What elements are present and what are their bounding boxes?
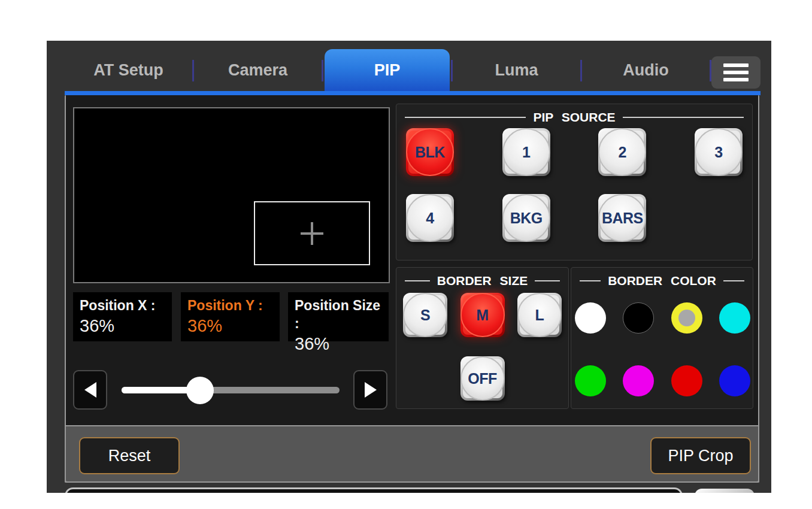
button-label: 1 (502, 128, 550, 176)
hamburger-icon (723, 71, 749, 74)
slider-decrement-button[interactable] (73, 370, 107, 410)
border-size-title: BORDER SIZE (396, 268, 568, 288)
source-button-blk[interactable]: BLK (406, 128, 454, 176)
position-size-readout[interactable]: Position Size : 36% (288, 292, 389, 341)
button-label: 2 (598, 128, 646, 176)
border-size-button-off[interactable]: OFF (460, 356, 505, 401)
tab-audio[interactable]: Audio (583, 49, 708, 91)
border-color-section: BORDER COLOR (571, 267, 753, 409)
border-size-button-l[interactable]: L (517, 293, 562, 337)
position-y-value: 36% (187, 314, 273, 337)
color-swatch-blue[interactable] (719, 365, 750, 396)
active-tab-underline (65, 91, 761, 95)
color-swatch-red[interactable] (671, 365, 702, 396)
tab-label: Camera (228, 61, 287, 80)
source-button-3[interactable]: 3 (695, 128, 743, 176)
color-swatch-white[interactable] (575, 302, 606, 334)
source-button-1[interactable]: 1 (502, 128, 550, 176)
app-window: AT Setup Camera PIP Luma Audio (47, 41, 771, 493)
pip-crop-button[interactable]: PIP Crop (650, 437, 751, 474)
source-button-bars[interactable]: BARS (598, 194, 646, 242)
position-y-readout[interactable]: Position Y : 36% (181, 292, 280, 341)
color-swatch-green[interactable] (575, 365, 606, 396)
tab-pip[interactable]: PIP (325, 49, 450, 91)
tab-divider (580, 60, 582, 81)
position-size-label: Position Size : (295, 296, 382, 332)
hamburger-icon (723, 78, 749, 81)
tab-luma[interactable]: Luma (454, 49, 579, 91)
border-size-button-m[interactable]: M (460, 293, 505, 337)
reset-button[interactable]: Reset (79, 437, 180, 474)
slider-increment-button[interactable] (353, 370, 387, 410)
tab-at-setup[interactable]: AT Setup (66, 49, 191, 91)
arrow-left-icon (84, 382, 96, 398)
tab-divider (322, 60, 323, 81)
pip-source-row-2: 4 BKG BARS (396, 194, 752, 242)
border-size-row-1: S M L (396, 293, 568, 337)
pip-panel: Position X : 36% Position Y : 36% Positi… (65, 95, 759, 483)
crosshair-plus-icon (301, 222, 323, 245)
tab-label: Luma (495, 61, 538, 80)
tab-divider (451, 60, 453, 81)
color-swatch-black[interactable] (623, 302, 654, 334)
button-label: OFF (460, 356, 505, 401)
source-button-bkg[interactable]: BKG (502, 194, 550, 242)
screen: AT Setup Camera PIP Luma Audio (0, 0, 812, 509)
pip-preview-monitor[interactable] (73, 107, 390, 283)
color-swatch-magenta[interactable] (623, 365, 654, 396)
footer-bar: Reset PIP Crop (65, 425, 759, 483)
border-color-title: BORDER COLOR (571, 268, 753, 288)
color-swatch-yellow[interactable] (671, 302, 702, 334)
border-size-row-2: OFF (396, 356, 568, 401)
position-x-label: Position X : (80, 296, 165, 314)
button-label: L (517, 293, 562, 337)
slider-track[interactable] (122, 387, 340, 393)
menu-button[interactable] (711, 56, 761, 89)
tab-label: PIP (374, 61, 401, 80)
position-y-label: Position Y : (187, 296, 273, 314)
color-swatch-cyan[interactable] (719, 302, 750, 334)
tab-bar: AT Setup Camera PIP Luma Audio (65, 41, 711, 91)
tab-camera[interactable]: Camera (195, 49, 320, 91)
pip-source-section: PIP SOURCE BLK 1 2 3 (396, 104, 753, 260)
button-label: M (460, 293, 505, 337)
clipped-panel-below (65, 487, 683, 493)
position-x-value: 36% (80, 314, 165, 337)
selected-indicator (678, 310, 695, 326)
hamburger-icon (723, 63, 749, 67)
position-x-readout[interactable]: Position X : 36% (73, 292, 172, 341)
border-size-section: BORDER SIZE S M L OFF (396, 267, 569, 409)
tab-label: Audio (623, 61, 668, 80)
slider-thumb[interactable] (186, 377, 214, 404)
tab-label: AT Setup (93, 61, 163, 80)
tab-divider (192, 60, 194, 81)
button-label: 4 (406, 194, 454, 242)
button-label: BLK (406, 128, 454, 176)
button-label: BARS (598, 194, 646, 242)
button-label: BKG (502, 194, 550, 242)
clipped-button-below[interactable] (695, 489, 755, 493)
position-size-value: 36% (295, 332, 382, 355)
source-button-2[interactable]: 2 (598, 128, 646, 176)
pip-source-row-1: BLK 1 2 3 (396, 128, 752, 176)
border-size-button-s[interactable]: S (403, 293, 447, 337)
button-label: S (403, 293, 447, 337)
pip-source-title: PIP SOURCE (396, 104, 752, 125)
arrow-right-icon (365, 382, 377, 398)
pip-position-box[interactable] (254, 201, 370, 265)
source-button-4[interactable]: 4 (406, 194, 454, 242)
button-label: 3 (695, 128, 743, 176)
